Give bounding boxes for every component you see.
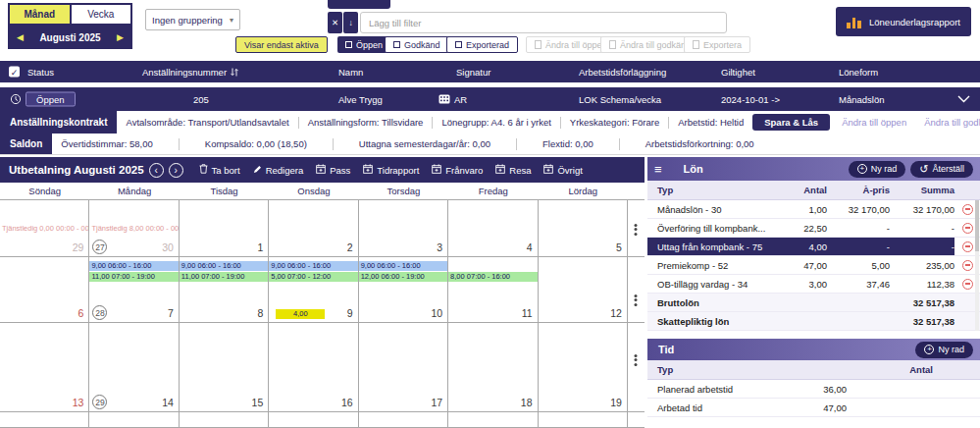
calendar-day-cell[interactable] — [359, 412, 448, 427]
calendar-event-work[interactable]: 11,00 07:00 - 19:00 — [180, 272, 268, 282]
remove-row-icon[interactable] — [962, 241, 973, 252]
calendar-day-cell[interactable] — [539, 412, 628, 427]
row-menu-icon[interactable] — [635, 352, 638, 367]
calendar-day-cell[interactable]: 4 — [448, 200, 538, 256]
column-employment-number[interactable]: Anställningsnummer — [142, 67, 239, 78]
calendar-day-cell[interactable]: 9,00 06:00 - 16:0012,00 06:00 - 19:0010 — [359, 257, 448, 322]
calendar-day-cell[interactable]: 19 — [539, 323, 628, 411]
salary-new-row-button[interactable]: + Ny rad — [849, 161, 906, 178]
filter-input[interactable] — [360, 12, 727, 33]
salary-row[interactable]: Skattepliktig lön32 517,38 — [647, 312, 980, 331]
filter-clear-button[interactable]: ✕ — [328, 12, 342, 33]
calendar-day-cell[interactable]: 9,00 06:00 - 16:0011,00 07:00 - 19:008 — [180, 257, 269, 322]
calendar-event-work[interactable]: 11,00 07:00 - 19:00 — [89, 272, 178, 282]
calendar-day-cell[interactable] — [0, 412, 89, 427]
salary-row[interactable]: Bruttolön32 517,38 — [647, 294, 980, 312]
next-period-button[interactable]: ▶ — [117, 32, 124, 42]
scrollbar-thumb[interactable] — [975, 200, 979, 251]
filter-save-button[interactable]: ↓ — [343, 12, 358, 33]
calendar-event-shift[interactable]: 9,00 06:00 - 16:00 — [180, 261, 268, 271]
calendar-day-cell[interactable] — [269, 412, 358, 427]
salary-scrollbar[interactable] — [975, 200, 979, 331]
status-filter-approved[interactable]: Godkänd — [385, 36, 449, 53]
calendar-day-cell[interactable]: 16 — [269, 323, 358, 411]
toolbar-pass[interactable]: Pass — [316, 164, 350, 176]
salary-reset-button[interactable]: ↺ Återställ — [910, 161, 973, 178]
status-filter-open[interactable]: Öppen — [337, 36, 390, 53]
calendar-day-cell[interactable]: 18 — [448, 323, 538, 411]
column-salary-form[interactable]: Löneform — [839, 67, 878, 78]
calendar-day-cell[interactable]: 5 — [539, 200, 628, 256]
time-row[interactable]: Planerad arbetstid36,00 — [647, 380, 980, 399]
calendar-event-shift[interactable]: 9,00 06:00 - 16:00 — [359, 261, 447, 271]
calendar-event-work[interactable]: 8,00 07:00 - 16:00 — [448, 272, 537, 282]
salary-row[interactable]: Överföring till kompbank...22,50-- — [647, 219, 980, 238]
remove-row-icon[interactable] — [962, 204, 973, 215]
calendar-day-cell[interactable]: Tjänstledig 0,00 00:00 - 00:0029 — [0, 200, 89, 256]
toolbar-redigera[interactable]: Redigera — [253, 165, 304, 176]
show-active-toggle[interactable]: Visar endast aktiva — [235, 36, 328, 53]
select-all-checkbox[interactable]: ✓ — [9, 67, 20, 78]
export-button[interactable]: Exportera — [684, 36, 750, 53]
remove-row-icon[interactable] — [962, 223, 973, 234]
column-schedule[interactable]: Arbetstidsförläggning — [579, 67, 666, 78]
calendar-day-cell[interactable]: 15 — [180, 323, 269, 411]
calendar-event-leave[interactable]: Tjänstledig 0,00 00:00 - 00:00 — [0, 224, 88, 234]
calendar-event-shift[interactable]: 9,00 06:00 - 16:00 — [89, 261, 178, 271]
hamburger-icon[interactable]: ≡ — [654, 162, 662, 177]
calendar-day-cell[interactable] — [180, 412, 269, 427]
column-status[interactable]: Status — [27, 67, 54, 78]
calendar-day-cell[interactable]: 2 — [269, 200, 358, 256]
remove-row-icon[interactable] — [962, 260, 973, 271]
calendar-day-cell[interactable]: 9,00 06:00 - 16:0011,00 07:00 - 19:00287 — [89, 257, 179, 322]
week-view-button[interactable]: Vecka — [72, 5, 131, 24]
toolbar-tidrapport[interactable]: Tidrapport — [363, 164, 419, 176]
grouping-select[interactable]: Ingen gruppering ▾ — [145, 9, 240, 30]
calendar-day-cell[interactable]: 6 — [0, 257, 89, 322]
calendar-day-cell[interactable]: 3 — [359, 200, 448, 256]
calendar-day-cell[interactable]: 12 — [539, 257, 628, 322]
time-row[interactable]: Arbetad tid47,00 — [647, 399, 980, 417]
remove-row-icon[interactable] — [962, 279, 973, 290]
payroll-report-button[interactable]: Löneunderlagsrapport — [836, 7, 971, 36]
salary-row[interactable]: Månadslön - 301,0032 170,0032 170,00 — [647, 200, 980, 219]
calendar-day-cell[interactable]: 13 — [0, 323, 89, 411]
calendar-day-cell[interactable]: 2914 — [89, 323, 179, 411]
calendar-day-cell[interactable]: 1 — [180, 200, 269, 256]
employee-row[interactable]: Öppen 205 Alve Trygg AR LOK Schema/vecka… — [0, 87, 980, 111]
sort-icon[interactable] — [230, 67, 239, 77]
calendar-event-work[interactable]: 5,00 07:00 - 12:00 — [269, 272, 357, 282]
time-new-row-button[interactable]: + Ny rad — [915, 342, 973, 358]
column-name[interactable]: Namn — [338, 67, 363, 78]
calendar-event-leave[interactable]: Tjänstledig 8,00 00:00 - 00:00 — [89, 224, 178, 234]
calendar-event-comp[interactable]: 4,00 — [276, 309, 325, 319]
calendar-day-cell[interactable] — [89, 412, 179, 427]
calendar-day-cell[interactable]: Tjänstledig 8,00 00:00 - 00:002730 — [89, 200, 179, 256]
column-signature[interactable]: Signatur — [456, 67, 490, 78]
status-filter-exported[interactable]: Exporterad — [446, 36, 518, 53]
toolbar-resa[interactable]: Resa — [495, 164, 531, 176]
collapse-chevron-icon[interactable] — [957, 95, 970, 103]
column-validity[interactable]: Giltighet — [721, 67, 755, 78]
calendar-event-work[interactable]: 12,00 06:00 - 19:00 — [359, 272, 447, 282]
month-view-button[interactable]: Månad — [10, 5, 72, 24]
calendar-day-cell[interactable]: 9,00 06:00 - 16:005,00 07:00 - 12:004,00… — [269, 257, 358, 322]
calendar-day-cell[interactable] — [448, 412, 538, 427]
toolbar-ta-bort[interactable]: Ta bort — [199, 164, 240, 176]
salary-row[interactable]: OB-tillägg vardag - 343,0037,46112,38 — [647, 275, 980, 294]
row-menu-icon[interactable] — [635, 222, 638, 237]
change-to-open-inline-button[interactable]: Ändra till öppen — [836, 115, 912, 130]
calendar-next-button[interactable]: › — [169, 163, 183, 178]
salary-row[interactable]: Premiekomp - 5247,005,00235,00 — [647, 256, 980, 275]
calendar-day-cell[interactable]: 8,00 07:00 - 16:0011 — [448, 257, 538, 322]
toolbar--vrigt[interactable]: Övrigt — [543, 164, 582, 176]
prev-period-button[interactable]: ◀ — [17, 32, 24, 42]
toolbar-fr-nvaro[interactable]: Frånvaro — [432, 164, 483, 176]
row-menu-icon[interactable] — [635, 293, 638, 307]
calendar-event-shift[interactable]: 9,00 06:00 - 16:00 — [269, 261, 357, 271]
salary-row[interactable]: Uttag från kompbank - 754,00-- — [647, 238, 980, 256]
change-to-approved-inline-button[interactable]: Ändra till godkänd — [918, 115, 980, 130]
calendar-day-cell[interactable]: 17 — [359, 323, 448, 411]
save-lock-button[interactable]: Spara & Lås — [752, 114, 830, 131]
calendar-prev-button[interactable]: ‹ — [149, 163, 164, 178]
